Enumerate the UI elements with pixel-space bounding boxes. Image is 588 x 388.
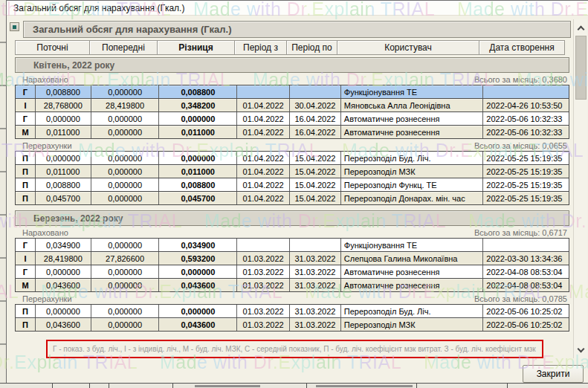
- table-cell: 2022-05-06 10:32:33: [482, 112, 569, 125]
- chevron-down-icon: [578, 345, 585, 352]
- column-header-1[interactable]: Поточні: [15, 40, 90, 55]
- column-header-5[interactable]: Період по: [286, 40, 337, 55]
- table-cell: 31.03.2022: [289, 279, 340, 291]
- column-header-4[interactable]: Період з: [234, 40, 287, 55]
- table-cell: 2022-05-25 15:19:35: [482, 165, 569, 178]
- table-cell: Перерозподіл МЗК: [340, 318, 482, 331]
- background-window-bottom-strip: [0, 383, 588, 388]
- table-cell: 28,768000: [35, 99, 91, 111]
- table-row[interactable]: П0,0110000,0000000,01100001.04.202215.04…: [15, 164, 569, 178]
- table-row[interactable]: П0,0457000,0000000,04570001.04.202215.04…: [15, 191, 569, 205]
- section-label: Перерахунки: [15, 294, 72, 303]
- table-cell: 0,000000: [91, 305, 159, 317]
- table-cell: П: [16, 192, 35, 204]
- table-cell: 0,043600: [158, 318, 236, 331]
- table-cell: 0,000000: [91, 178, 159, 191]
- table-cell: 0,000000: [91, 318, 159, 331]
- table-row[interactable]: М0,0436000,0000000,04360001.03.202231.03…: [15, 278, 569, 292]
- table-cell: П: [16, 305, 35, 317]
- table-cell: Автоматичне рознесення: [340, 279, 482, 291]
- table-cell: 01.03.2022: [236, 279, 289, 291]
- table-cell: 0,045700: [158, 192, 236, 204]
- table-cell: 2022-04-26 10:53:50: [482, 99, 569, 111]
- column-header-2[interactable]: Попередні: [89, 40, 158, 55]
- month-group-band: Березень, 2022 року: [15, 210, 569, 226]
- scrollbar-down-arrow[interactable]: [574, 343, 588, 357]
- table-row[interactable]: Г0,0088000,0000000,008800Функціонування …: [15, 85, 569, 99]
- column-header-6[interactable]: Користувач: [337, 40, 479, 55]
- table-cell: 01.03.2022: [236, 252, 289, 265]
- table-cell: 0,008800: [158, 85, 236, 98]
- table-cell: 0,000000: [35, 305, 91, 317]
- table-cell: М: [16, 279, 35, 291]
- table-cell: 0,000000: [91, 192, 159, 204]
- table-cell: 01.04.2022: [236, 112, 289, 125]
- vertical-scrollbar[interactable]: [573, 19, 587, 358]
- table-cell: 0,000000: [91, 152, 159, 164]
- table-cell: 0,043600: [158, 279, 236, 291]
- table-cell: 0,000000: [91, 265, 159, 278]
- section-label: Нараховано: [15, 75, 68, 84]
- section-header-line: НарахованоВсього за місяць: 0,3680: [15, 74, 569, 85]
- table-cell: 0,011000: [35, 165, 91, 178]
- table-cell: 0,000000: [35, 152, 91, 164]
- section-header-line: ПерерахункиВсього за місяць: 0,0785: [15, 294, 569, 304]
- table-cell: 28,419800: [91, 99, 159, 111]
- table-cell: [482, 239, 569, 251]
- table-cell: 0,000000: [91, 126, 159, 138]
- table-cell: 0,034900: [158, 239, 236, 251]
- table-cell: 15.04.2022: [289, 165, 340, 178]
- table-row[interactable]: М0,0110000,0000000,01100001.04.202216.04…: [15, 125, 569, 139]
- table-cell: 31.03.2022: [289, 265, 340, 278]
- table-cell: Г: [16, 112, 35, 125]
- table-cell: П: [16, 178, 35, 191]
- table-cell: 31.03.2022: [289, 252, 340, 265]
- table-cell: 0,000000: [35, 265, 91, 278]
- table-cell: 16.04.2022: [289, 112, 340, 125]
- table-row[interactable]: Г0,0349000,0000000,034900Функціонування …: [15, 238, 569, 252]
- table-cell: М: [16, 126, 35, 138]
- column-header-7[interactable]: Дата створення: [479, 40, 565, 55]
- table-row[interactable]: І28,76800028,4198000,34820001.04.202230.…: [15, 98, 569, 112]
- close-button[interactable]: Закрити: [523, 365, 584, 383]
- table-cell: 2022-05-06 10:32:33: [482, 126, 569, 138]
- dialog-titlebar[interactable]: Загальний обсяг для нарахування (Гкал.): [7, 1, 588, 16]
- table-cell: 0,043600: [35, 279, 91, 291]
- legend-note-text: Г - показ. з буд. ліч., І - з індивід. л…: [48, 345, 536, 353]
- table-cell: [289, 85, 340, 98]
- table-row[interactable]: П0,0000000,0000000,00000001.03.202231.03…: [15, 304, 569, 318]
- table-row[interactable]: П0,0436000,0000000,04360001.03.202231.03…: [15, 317, 569, 332]
- column-header-3[interactable]: Різниця: [157, 40, 235, 55]
- table-cell: [482, 85, 569, 98]
- section-month-total: Всього за місяць: 0,3680: [474, 75, 569, 84]
- table-cell: І: [16, 99, 35, 111]
- scrollbar-up-arrow[interactable]: [574, 21, 588, 35]
- table-row[interactable]: Г0,0000000,0000000,00000001.03.202231.03…: [15, 265, 569, 279]
- table-cell: 2022-04-08 08:53:04: [482, 279, 569, 291]
- table-cell: 2022-05-06 10:25:02: [482, 305, 569, 317]
- table-row[interactable]: Г0,0000000,0000000,00000001.04.202216.04…: [15, 111, 569, 126]
- column-header-row: ПоточніПопередніРізницяПеріод зПеріод по…: [15, 40, 569, 55]
- table-cell: Автоматичне рознесення: [340, 265, 482, 278]
- table-cell: 2022-04-08 08:53:04: [482, 265, 569, 278]
- table-cell: [236, 239, 289, 251]
- month-group-label: Квітень, 2022 року: [33, 60, 114, 71]
- scrollbar-thumb[interactable]: [575, 36, 587, 100]
- table-cell: 01.03.2022: [236, 318, 289, 331]
- table-row[interactable]: І28,41980027,8266000,59320001.03.202231.…: [15, 251, 569, 265]
- table-cell: 0,000000: [35, 112, 91, 125]
- table-cell: 01.04.2022: [236, 192, 289, 204]
- table-cell: 2022-05-25 15:19:35: [482, 178, 569, 191]
- table-row[interactable]: П0,0000000,0000000,00000001.04.202215.04…: [15, 151, 569, 165]
- section-header-line: НарахованоВсього за місяць: 0,6717: [15, 227, 569, 238]
- table-cell: 16.04.2022: [289, 126, 340, 138]
- table-cell: Мяновська Алла Леонідівна: [340, 99, 482, 111]
- table-row[interactable]: П0,0088000,0000000,00880001.04.202215.04…: [15, 178, 569, 192]
- table-cell: 0,348200: [158, 99, 236, 111]
- dialog-window: Загальний обсяг для нарахування (Гкал.) …: [7, 0, 588, 383]
- month-group-label: Березень, 2022 року: [33, 213, 123, 224]
- background-table-fragment: [306, 384, 307, 388]
- table-cell: 31.03.2022: [289, 318, 340, 331]
- collapse-button[interactable]: [10, 22, 19, 31]
- table-cell: 0,008800: [35, 178, 91, 191]
